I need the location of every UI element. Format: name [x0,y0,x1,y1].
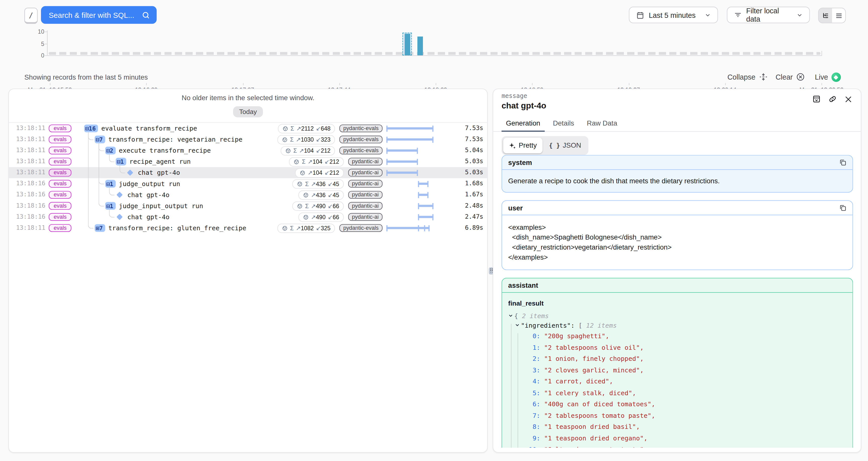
collapse-icon [759,72,768,81]
trace-row-tree-cell: ⊟2execute transform_recipe [105,145,211,156]
filter-local-data-dropdown[interactable]: Filter local data [727,6,810,23]
copy-link-icon[interactable] [828,95,837,103]
json-array-item: 0: "200g spaghetti", [508,331,846,342]
trace-row[interactable]: 13:18:11evals⊟1recipe_agent runΣ↗104↙212… [9,156,487,167]
duration-bar-track [386,123,433,134]
token-usage-badge: Σ↗104↙212 [281,146,335,155]
trace-row-tree-cell: ⊟7transform_recipe: vegetarian_recipe [95,134,242,145]
tree-view-icon [822,12,829,19]
trace-row[interactable]: 13:18:16evals⊟1judge_input_output runΣ↗4… [9,201,487,211]
trace-row-meta: ↗436↙45pydantic-ai [299,190,382,199]
time-range-dropdown[interactable]: Last 5 minutes [629,6,718,23]
trace-row[interactable]: 13:18:16evalschat gpt-4o↗490↙66pydantic-… [9,211,487,222]
json-array-item: 1: "2 tablespoons olive oil", [508,342,846,353]
collapse-button[interactable]: Collapse [727,72,768,81]
json-item-colon: : [536,366,544,374]
sparkle-icon [509,142,516,149]
histogram-bar[interactable] [405,34,410,55]
input-tokens: ↗436 [311,181,326,187]
trace-row[interactable]: 13:18:11evals⊟2execute transform_recipeΣ… [9,145,487,156]
tab-generation[interactable]: Generation [506,120,540,131]
trace-row[interactable]: 13:18:16evalschat gpt-4o↗436↙45pydantic-… [9,189,487,201]
output-tokens: ↙323 [316,136,331,143]
duration-bar [386,227,429,229]
final-result-label: final_result [508,298,846,308]
duration-bar-cap [417,147,418,153]
duration-bar-track [386,178,433,189]
duration-bar [386,127,433,129]
tokens-icon [293,158,300,164]
expander-badge[interactable]: ⊞7 [95,224,105,232]
clear-button[interactable]: Clear [776,72,805,81]
span-name: recipe_agent run [129,158,191,165]
evals-badge: evals [49,191,71,198]
records-timeline-chart[interactable]: 1050Mar 31, 13:15:5213:16:2913:17:0713:1… [0,28,868,66]
evals-badge: evals [49,180,71,188]
tab-raw-data[interactable]: Raw Data [587,120,617,131]
histogram-bar[interactable] [417,36,423,56]
output-tokens: ↙212 [316,147,331,154]
span-name: chat gpt-4o [127,213,169,221]
trace-row-timestamp: 13:18:16 [16,178,45,189]
expander-badge[interactable]: ⊟16 [84,125,98,132]
json-ingredients-line: "ingredients": [ 12 items [508,321,846,330]
duration-value: 5.03s [465,156,483,167]
user-role-label: user [508,204,523,212]
expander-badge[interactable]: ⊟1 [105,180,116,188]
trace-row-meta: Σ↗436↙45pydantic-ai [292,179,382,188]
trace-row[interactable]: 13:18:11evals⊞7transform_recipe: gluten_… [9,222,487,234]
tree-view-button[interactable] [819,8,832,23]
view-mode-pretty[interactable]: Pretty [503,138,542,153]
search-input[interactable]: Search & filter with SQL... [41,6,157,24]
token-usage-badge: Σ↗490↙66 [292,201,344,210]
trace-row-meta: Σ↗490↙66pydantic-ai [292,202,382,210]
close-icon[interactable] [844,95,852,103]
duration-value: 1.67s [465,189,483,201]
duration-bar-cap [386,125,387,131]
json-array-item: 3: "2 cloves garlic, minced", [508,364,846,376]
scope-tag: pydantic-ai [348,169,382,177]
input-tokens: ↗490 [311,203,326,209]
trace-row[interactable]: 13:18:16evals⊟1judge_output runΣ↗436↙45p… [9,178,487,189]
copy-icon[interactable] [839,159,846,166]
trace-row-tree-cell: chat gpt-4o [116,211,169,222]
span-name: transform_recipe: vegetarian_recipe [108,135,242,143]
trace-row-meta: ↗104↙212pydantic-ai [295,168,382,177]
trace-row-timestamp: 13:18:11 [16,156,45,167]
dock-panel-icon[interactable] [812,95,821,103]
duration-bar [418,183,429,185]
json-item-index: 2 [525,353,536,364]
record-kind-label: message [502,92,527,100]
copy-icon[interactable] [839,204,846,211]
view-mode-json[interactable]: { }JSON [544,138,587,153]
expander-badge[interactable]: ⊟1 [116,158,126,165]
clear-label: Clear [776,73,793,81]
sum-icon: Σ [290,225,293,231]
app-window: / Search & filter with SQL... Last 5 min… [0,0,868,461]
trace-row-timestamp: 13:18:11 [16,222,45,234]
trace-row[interactable]: 13:18:11evals⊟16evaluate transform_recip… [9,123,487,134]
chevron-down-icon[interactable] [515,321,521,330]
duration-bar-cap [424,225,425,231]
assistant-role-label: assistant [508,281,538,289]
trace-row-meta: Σ↗104↙212pydantic-evals [281,146,382,155]
json-item-value: "Salt and pepper to taste", [544,445,648,448]
duration-bar-track [386,211,433,222]
x-axis-tick [50,83,50,85]
tab-details[interactable]: Details [553,120,574,131]
list-view-button[interactable] [832,8,845,23]
json-array-item: 9: "1 teaspoon dried oregano", [508,432,846,444]
y-axis-tick [45,32,47,32]
user-message-card: user <examples> <dish_name>Spaghetti Bol… [502,201,853,270]
expander-badge[interactable]: ⊟2 [105,147,116,154]
chevron-down-icon[interactable] [508,312,514,321]
expander-badge[interactable]: ⊟1 [105,202,116,210]
json-array-item: 8: "1 teaspoon dried basil", [508,421,846,432]
trace-row[interactable]: 13:18:11evalschat gpt-4o↗104↙212pydantic… [9,167,487,178]
expander-badge[interactable]: ⊟7 [95,135,105,143]
live-toggle[interactable]: Live [815,72,841,82]
y-axis-tick-label: 5 [32,40,44,47]
sum-icon: Σ [305,181,309,187]
duration-bar-track [386,134,433,145]
trace-row[interactable]: 13:18:11evals⊟7transform_recipe: vegetar… [9,134,487,145]
